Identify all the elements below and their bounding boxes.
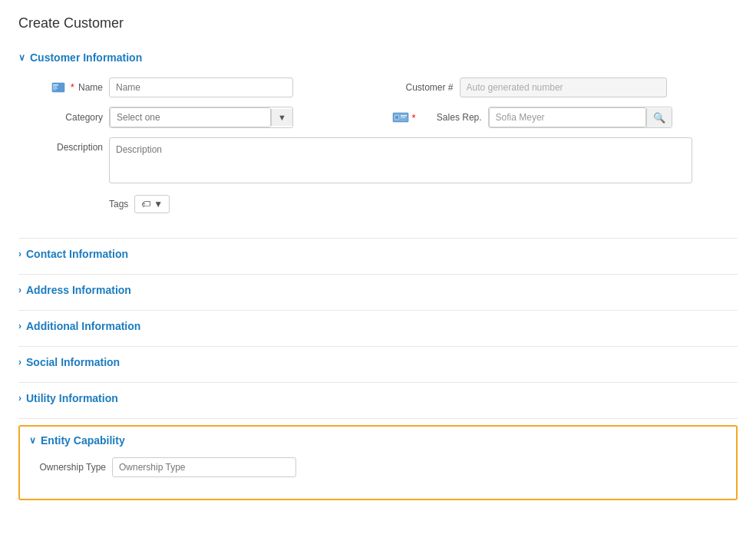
chevron-right-icon-contact: ›: [18, 249, 21, 259]
form-row-name-customernum: * Name Customer #: [34, 77, 738, 97]
section-label-customer-information: Customer Information: [30, 51, 142, 64]
category-group: Category ▼: [34, 107, 380, 128]
section-label-utility-information: Utility Information: [26, 392, 118, 404]
svg-rect-1: [53, 84, 58, 86]
description-row: Description: [34, 137, 738, 186]
ownership-type-label: Ownership Type: [29, 462, 106, 473]
section-customer-information: ∨ Customer Information *: [18, 44, 738, 232]
sales-rep-search-button[interactable]: 🔍: [646, 108, 672, 127]
customer-num-group: Customer #: [392, 77, 738, 97]
divider-5: [18, 382, 738, 383]
description-textarea[interactable]: [109, 137, 692, 183]
section-additional-information: › Additional Information: [18, 312, 738, 340]
category-dropdown-wrapper[interactable]: ▼: [109, 107, 293, 128]
ownership-type-group: Ownership Type: [29, 457, 727, 477]
section-label-contact-information: Contact Information: [26, 248, 128, 260]
svg-rect-3: [53, 88, 58, 89]
section-header-utility-information[interactable]: › Utility Information: [18, 384, 738, 412]
form-row-ownership-type: Ownership Type: [29, 457, 727, 477]
description-label: Description: [34, 137, 103, 153]
sales-rep-group: * Sales Rep. 🔍: [392, 107, 738, 128]
section-address-information: › Address Information: [18, 276, 738, 304]
section-contact-information: › Contact Information: [18, 240, 738, 268]
section-header-social-information[interactable]: › Social Information: [18, 348, 738, 376]
svg-rect-9: [401, 117, 405, 118]
divider-3: [18, 310, 738, 311]
customer-info-content: * Name Customer # Category ▼: [18, 71, 738, 232]
tags-row: Tags 🏷 ▼: [34, 195, 738, 213]
chevron-right-icon-additional: ›: [18, 321, 21, 331]
section-header-customer-information[interactable]: ∨ Customer Information: [18, 44, 738, 71]
ownership-type-input[interactable]: [112, 457, 296, 477]
name-required-star: *: [71, 82, 74, 93]
sales-rep-label: Sales Rep.: [421, 112, 482, 123]
page-title: Create Customer: [18, 15, 738, 31]
sales-rep-required-star: *: [412, 112, 416, 124]
chevron-right-icon-social: ›: [18, 357, 21, 368]
tags-button[interactable]: 🏷 ▼: [134, 195, 170, 213]
svg-rect-0: [52, 83, 64, 92]
tag-icon: 🏷: [141, 199, 150, 209]
section-label-address-information: Address Information: [26, 284, 131, 296]
svg-point-7: [395, 115, 399, 120]
section-label-entity-capability: Entity Capability: [41, 434, 125, 447]
svg-rect-4: [53, 90, 56, 91]
divider-2: [18, 274, 738, 275]
section-label-social-information: Social Information: [26, 356, 120, 368]
section-header-additional-information[interactable]: › Additional Information: [18, 312, 738, 340]
divider-1: [18, 238, 738, 239]
section-header-contact-information[interactable]: › Contact Information: [18, 240, 738, 268]
section-header-entity-capability[interactable]: ∨ Entity Capability: [20, 427, 736, 454]
section-label-additional-information: Additional Information: [26, 320, 140, 332]
section-header-address-information[interactable]: › Address Information: [18, 276, 738, 304]
customer-num-input: [460, 77, 667, 97]
chevron-down-icon: ∨: [18, 52, 25, 63]
sales-rep-icon: [392, 112, 409, 123]
chevron-right-icon-utility: ›: [18, 393, 21, 404]
tags-dropdown-arrow: ▼: [154, 199, 163, 209]
name-icon: [51, 82, 68, 93]
chevron-right-icon-address: ›: [18, 285, 21, 295]
form-row-category-salesrep: Category ▼: [34, 107, 738, 128]
sales-rep-input[interactable]: [489, 107, 646, 127]
category-input[interactable]: [110, 107, 271, 127]
name-label: * Name: [34, 82, 103, 94]
section-social-information: › Social Information: [18, 348, 738, 376]
svg-rect-2: [53, 87, 57, 87]
tags-label: Tags: [109, 199, 128, 209]
section-entity-capability: ∨ Entity Capability Ownership Type: [18, 425, 738, 500]
category-label: Category: [34, 112, 103, 123]
name-input[interactable]: [109, 77, 293, 97]
name-group: * Name: [34, 77, 380, 97]
divider-4: [18, 346, 738, 347]
description-field-wrapper: [109, 137, 692, 186]
category-dropdown-button[interactable]: ▼: [271, 109, 292, 126]
customer-num-label: Customer #: [392, 82, 454, 93]
chevron-down-icon-entity: ∨: [29, 435, 36, 446]
entity-capability-content: Ownership Type: [20, 454, 736, 499]
section-utility-information: › Utility Information: [18, 384, 738, 412]
svg-rect-8: [401, 115, 407, 117]
sales-rep-wrapper: 🔍: [488, 107, 672, 128]
divider-6: [18, 418, 738, 419]
name-label-text: Name: [78, 82, 103, 93]
